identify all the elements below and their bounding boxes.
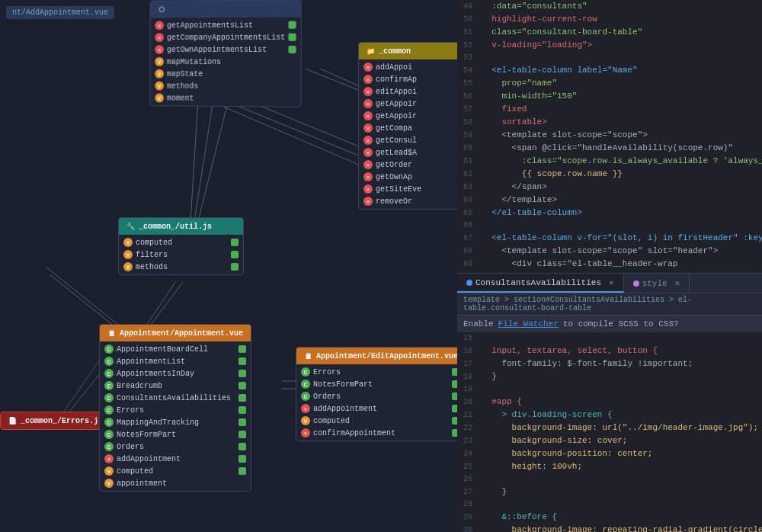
edit-appointment-vue-node-body: CErrors CNotesFormPart COrders ✕addAppoi… bbox=[296, 364, 464, 441]
row-icon: C bbox=[104, 393, 114, 402]
file-watcher-link[interactable]: File Watcher bbox=[498, 319, 559, 328]
diagram-panel: nt/AddAppointment.vue ⬡ ✕getAppointments… bbox=[0, 0, 465, 532]
svg-line-0 bbox=[194, 99, 213, 221]
line-number: 29 bbox=[457, 511, 482, 524]
line-number: 27 bbox=[457, 486, 482, 498]
row-label: addAppointment bbox=[313, 405, 377, 413]
line-number: 26 bbox=[457, 473, 482, 486]
line-number: 51 bbox=[457, 27, 482, 39]
line-content: {{ scope.row.name }} bbox=[482, 168, 623, 180]
node-icon: 📋 bbox=[303, 351, 313, 361]
line-number: 49 bbox=[457, 1, 482, 13]
row-label: Errors bbox=[313, 368, 341, 377]
row-label: ConsultantsAvailabilities bbox=[117, 394, 231, 402]
svg-line-4 bbox=[149, 282, 183, 328]
row-label: mapState bbox=[167, 69, 203, 78]
code-line: 67 <el-table-column v-for="(slot, i) in … bbox=[457, 232, 762, 245]
row-label: getAppointmentsList bbox=[167, 21, 253, 29]
node-icon: 📋 bbox=[106, 328, 117, 338]
row-label: getConsul bbox=[376, 136, 417, 145]
node-row: CErrors bbox=[100, 404, 251, 416]
row-label: getCompa bbox=[376, 124, 412, 133]
line-number: 68 bbox=[457, 245, 482, 258]
node-row: ✕getConsul bbox=[359, 134, 464, 146]
row-icon: C bbox=[104, 345, 114, 354]
top-center-node-header: ⬡ bbox=[150, 0, 300, 18]
port bbox=[288, 34, 296, 41]
row-icon: V bbox=[155, 82, 164, 91]
line-number: 16 bbox=[457, 345, 482, 357]
node-row: CErrors bbox=[296, 366, 464, 378]
tab-close-icon[interactable]: ✕ bbox=[609, 277, 614, 287]
row-label: getCompanyAppointmentsList bbox=[167, 33, 285, 41]
node-row: ✕addAppointment bbox=[296, 402, 464, 415]
tab-close-icon[interactable]: ✕ bbox=[675, 278, 680, 288]
line-number: 55 bbox=[457, 78, 482, 90]
line-content: <el-table-column v-for="(slot, i) in fir… bbox=[482, 232, 762, 244]
port bbox=[239, 382, 246, 389]
row-icon: V bbox=[155, 93, 164, 102]
code-line: 56 min-width="150" bbox=[457, 90, 762, 103]
code-line: 24 background-position: center; bbox=[457, 447, 762, 460]
line-number: 18 bbox=[457, 371, 482, 383]
editor-top-section: 49 :data="consultants" 50 highlight-curr… bbox=[457, 0, 762, 273]
port bbox=[239, 443, 246, 450]
line-content: :data="consultants" bbox=[482, 0, 588, 12]
line-number: 56 bbox=[457, 91, 482, 103]
util-js-node-body: Vcomputed Vfilters Vmethods bbox=[119, 235, 243, 274]
code-line: 25 height: 100vh; bbox=[457, 460, 762, 473]
tab-consultants-availabilities[interactable]: ConsultantsAvailabilities ✕ bbox=[457, 274, 624, 293]
line-number: 30 bbox=[457, 524, 482, 532]
errors-title: _common_/Errors.js bbox=[21, 417, 103, 425]
node-row: ✕confirmAppointment bbox=[296, 427, 464, 439]
node-row: ✕getOwnAp bbox=[359, 171, 464, 183]
node-row: CAppointmentList bbox=[100, 355, 251, 367]
row-icon: C bbox=[301, 380, 310, 389]
svg-line-8 bbox=[221, 99, 370, 160]
node-row: ✕getOwnAppointmentsList bbox=[150, 43, 300, 56]
edit-appointment-vue-node: 📋 Appointment/EditAppointment.vue CError… bbox=[296, 347, 465, 441]
editor-bottom-section: ConsultantsAvailabilities ✕ style ✕ temp… bbox=[457, 273, 762, 532]
row-icon: C bbox=[104, 430, 114, 439]
node-row: ✕getCompanyAppointmentsList bbox=[150, 31, 300, 43]
line-content: highlight-current-row bbox=[482, 13, 597, 25]
line-number: 17 bbox=[457, 358, 482, 370]
row-icon: ✕ bbox=[301, 428, 310, 437]
row-icon: ✕ bbox=[363, 111, 373, 120]
code-line: 51 class="consultant-board-table" bbox=[457, 26, 762, 39]
code-line: 68 <template slot-scope="scope" slot="he… bbox=[457, 245, 762, 258]
row-icon: ✕ bbox=[155, 33, 164, 42]
row-icon: V bbox=[123, 238, 133, 247]
code-line: 26 bbox=[457, 473, 762, 486]
tab-style[interactable]: style ✕ bbox=[624, 274, 690, 293]
line-content: <span @click="handleAvailability(scope.r… bbox=[482, 142, 733, 154]
row-label: getAppoir bbox=[376, 100, 417, 108]
line-number: 15 bbox=[457, 332, 482, 345]
line-number: 19 bbox=[457, 383, 482, 396]
port bbox=[288, 46, 296, 53]
node-row: Vmethods bbox=[150, 80, 300, 93]
svg-line-2 bbox=[190, 99, 198, 221]
port bbox=[239, 418, 246, 426]
tab-dot bbox=[633, 280, 639, 287]
row-icon: ✕ bbox=[155, 21, 164, 30]
node-row: CNotesFormPart bbox=[100, 428, 251, 441]
code-line: 64 </template> bbox=[457, 194, 762, 207]
row-icon: ✕ bbox=[363, 99, 373, 108]
row-icon: ✕ bbox=[363, 148, 373, 157]
line-number: 59 bbox=[457, 130, 482, 142]
code-line: 58 sortable> bbox=[457, 116, 762, 129]
node-row: Vcomputed bbox=[119, 236, 243, 248]
svg-line-7 bbox=[244, 99, 373, 152]
line-content: <template slot-scope="scope"> bbox=[482, 129, 648, 141]
line-number: 24 bbox=[457, 448, 482, 460]
editor-tabs: ConsultantsAvailabilities ✕ style ✕ bbox=[457, 274, 762, 293]
node-row: ✕getOrder bbox=[359, 159, 464, 171]
row-icon: ✕ bbox=[363, 136, 373, 145]
row-icon: ✕ bbox=[363, 87, 373, 96]
row-label: AppointmentBoardCell bbox=[117, 345, 208, 354]
row-label: editAppoi bbox=[376, 88, 417, 96]
svg-line-10 bbox=[46, 267, 122, 328]
line-content: input, textarea, select, button { bbox=[482, 345, 658, 357]
util-js-node-header: 🔧 _common_/util.js bbox=[119, 218, 243, 235]
